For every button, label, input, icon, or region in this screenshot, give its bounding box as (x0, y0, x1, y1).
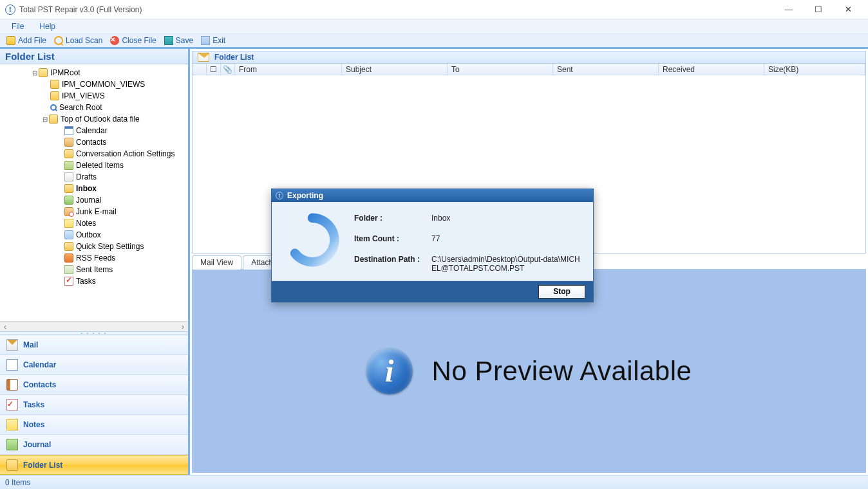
scroll-left-arrow-icon[interactable]: ‹ (0, 322, 10, 331)
load-scan-label: Load Scan (66, 36, 102, 45)
tree-node-conversation-action[interactable]: Conversation Action Settings (3, 148, 188, 160)
maximize-button[interactable]: ☐ (804, 0, 833, 19)
collapse-icon[interactable]: ⊟ (31, 69, 39, 77)
col-subject[interactable]: Subject (342, 64, 448, 75)
envelope-icon (198, 53, 209, 62)
rss-icon (64, 254, 73, 263)
nav-label: Calendar (23, 360, 56, 369)
nav-label: Folder List (23, 461, 62, 470)
nav-contacts[interactable]: Contacts (0, 375, 188, 395)
folder-label: Folder : (354, 214, 431, 223)
calendar-icon (64, 126, 73, 135)
statusbar: 0 Items (0, 475, 868, 489)
info-icon: i (366, 348, 413, 394)
col-size[interactable]: Size(KB) (764, 64, 865, 75)
folder-tree[interactable]: ⊟IPMRoot IPM_COMMON_VIEWS IPM_VIEWS Sear… (0, 64, 188, 321)
stop-button[interactable]: Stop (538, 285, 585, 299)
close-file-button[interactable]: ✕Close File (106, 35, 160, 46)
nav-notes[interactable]: Notes (0, 415, 188, 435)
drafts-icon (64, 172, 73, 181)
col-received[interactable]: Received (659, 64, 764, 75)
minimize-button[interactable]: — (774, 0, 804, 19)
tree-node-ipm-common-views[interactable]: IPM_COMMON_VIEWS (3, 78, 188, 90)
add-file-label: Add File (18, 36, 46, 45)
tree-node-notes[interactable]: Notes (3, 217, 188, 229)
dialog-titlebar[interactable]: t Exporting (272, 189, 593, 202)
status-item-count: 0 Items (5, 478, 30, 487)
menu-file[interactable]: File (4, 21, 32, 32)
tree-node-junk[interactable]: Junk E-mail (3, 206, 188, 217)
nav-journal[interactable]: Journal (0, 435, 188, 455)
tree-node-sent-items[interactable]: Sent Items (3, 264, 188, 275)
col-to[interactable]: To (448, 64, 553, 75)
tree-node-inbox[interactable]: Inbox (3, 183, 188, 194)
folder-value: Inbox (431, 214, 581, 223)
col-attachment[interactable]: 📎 (221, 64, 235, 75)
tree-node-outbox[interactable]: Outbox (3, 229, 188, 241)
scroll-right-arrow-icon[interactable]: › (178, 322, 188, 331)
exit-button[interactable]: Exit (197, 35, 229, 46)
tree-node-rss[interactable]: RSS Feeds (3, 252, 188, 264)
nav-label: Contacts (23, 380, 56, 389)
save-button[interactable]: Save (160, 35, 197, 46)
tab-mail-view[interactable]: Mail View (192, 255, 241, 270)
close-button[interactable]: ✕ (833, 0, 863, 19)
col-from[interactable]: From (235, 64, 342, 75)
collapse-icon[interactable]: ⊟ (41, 116, 49, 123)
col-sent[interactable]: Sent (553, 64, 659, 75)
tree-label: IPM_VIEWS (62, 91, 105, 100)
item-count-value: 77 (431, 234, 581, 243)
tree-node-journal[interactable]: Journal (3, 194, 188, 206)
tree-node-quick-step[interactable]: Quick Step Settings (3, 241, 188, 252)
save-icon (164, 36, 173, 45)
app-icon: t (5, 5, 15, 15)
nav-folder-list[interactable]: Folder List (0, 455, 188, 475)
folder-icon (6, 459, 18, 471)
tree-node-calendar[interactable]: Calendar (3, 125, 188, 136)
journal-icon (6, 439, 18, 450)
exit-label: Exit (212, 36, 225, 45)
add-file-button[interactable]: Add File (3, 35, 50, 46)
tasks-icon (64, 277, 73, 286)
tree-node-ipm-views[interactable]: IPM_VIEWS (3, 90, 188, 102)
tree-label: Junk E-mail (76, 207, 117, 216)
tree-node-drafts[interactable]: Drafts (3, 171, 188, 183)
deleted-items-icon (64, 161, 73, 170)
dialog-title: Exporting (287, 191, 323, 200)
folder-list-panel-header: Folder List (0, 49, 188, 64)
tree-label: Calendar (76, 126, 108, 135)
window-titlebar: t Total PST Repair v3.0 (Full Version) —… (0, 0, 868, 19)
dialog-app-icon: t (276, 192, 283, 199)
nav-label: Mail (23, 340, 38, 349)
nav-calendar[interactable]: Calendar (0, 355, 188, 375)
tree-node-search-root[interactable]: Search Root (3, 102, 188, 113)
col-flag[interactable] (193, 64, 207, 75)
nav-tasks[interactable]: Tasks (0, 395, 188, 415)
tree-label: Tasks (76, 277, 96, 286)
inbox-icon (64, 184, 73, 193)
nav-mail[interactable]: Mail (0, 335, 188, 355)
tree-node-top-outlook[interactable]: ⊟Top of Outlook data file (3, 113, 188, 125)
window-title: Total PST Repair v3.0 (Full Version) (19, 5, 142, 14)
content-header: Folder List (192, 51, 866, 64)
dialog-footer: Stop (272, 281, 593, 302)
tree-node-tasks[interactable]: Tasks (3, 275, 188, 287)
tree-node-ipmroot[interactable]: ⊟IPMRoot (3, 67, 188, 78)
item-count-label: Item Count : (354, 234, 431, 243)
save-label: Save (176, 36, 193, 45)
exit-icon (201, 36, 210, 45)
outbox-icon (64, 230, 73, 239)
tree-label: Outbox (76, 230, 101, 239)
no-preview-message: No Preview Available (432, 356, 692, 387)
tree-node-contacts[interactable]: Contacts (3, 136, 188, 148)
col-read[interactable]: ☐ (207, 64, 221, 75)
tree-node-deleted-items[interactable]: Deleted Items (3, 160, 188, 171)
column-headers: ☐ 📎 From Subject To Sent Received Size(K… (193, 64, 865, 75)
toolbar: Add File Load Scan ✕Close File Save Exit (0, 33, 868, 49)
menubar: File Help (0, 19, 868, 33)
menu-help[interactable]: Help (32, 21, 63, 32)
load-scan-button[interactable]: Load Scan (50, 35, 106, 46)
destination-path-value: C:\Users\admin\Desktop\Output-data\MICHE… (431, 255, 581, 273)
junk-icon (64, 207, 73, 216)
tree-label: Drafts (76, 172, 97, 181)
